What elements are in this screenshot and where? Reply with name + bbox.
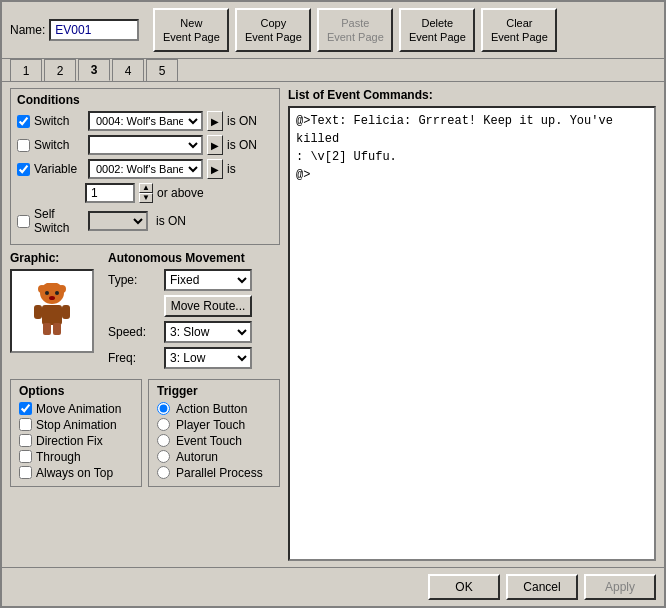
autorun-radio[interactable] (157, 450, 170, 463)
type-label: Type: (108, 273, 158, 287)
name-input[interactable] (49, 19, 139, 41)
direction-fix-checkbox[interactable] (19, 434, 32, 447)
right-panel: List of Event Commands: @>Text: Felicia:… (288, 88, 656, 561)
variable-spin-down[interactable]: ▼ (139, 193, 153, 203)
type-select[interactable]: Fixed Random Approach Custom (164, 269, 252, 291)
speed-label: Speed: (108, 325, 158, 339)
player-touch-radio[interactable] (157, 418, 170, 431)
variable-arrow-btn[interactable]: ▶ (207, 159, 223, 179)
action-button-row: Action Button (157, 402, 271, 416)
main-window: Name: NewEvent Page CopyEvent Page Paste… (0, 0, 666, 608)
switch1-checkbox[interactable] (17, 115, 30, 128)
switch2-label: Switch (34, 138, 84, 152)
trigger-section: Trigger Action Button Player Touch Event… (148, 379, 280, 487)
always-on-top-row: Always on Top (19, 466, 133, 480)
switch2-select[interactable] (88, 135, 203, 155)
ok-button[interactable]: OK (428, 574, 500, 600)
switch2-suffix: is ON (227, 138, 257, 152)
parallel-process-row: Parallel Process (157, 466, 271, 480)
type-row: Type: Fixed Random Approach Custom (108, 269, 280, 291)
tabs-row: 1 2 3 4 5 (2, 59, 664, 81)
graphic-canvas[interactable] (10, 269, 94, 353)
selfswitch-select[interactable] (88, 211, 148, 231)
left-panel: Conditions Switch 0004: Wolf's Bane ▶ is… (10, 88, 280, 561)
graphic-box: Graphic: (10, 251, 100, 373)
move-route-button[interactable]: Move Route... (164, 295, 252, 317)
variable-spin-up[interactable]: ▲ (139, 183, 153, 193)
condition-switch2-row: Switch ▶ is ON (17, 135, 273, 155)
event-commands-title: List of Event Commands: (288, 88, 656, 102)
always-on-top-label: Always on Top (36, 466, 113, 480)
sprite-svg (32, 283, 72, 338)
svg-point-3 (45, 291, 49, 295)
freq-row: Freq: 1: Lowest 2: Lower 3: Low 4: High … (108, 347, 280, 369)
direction-fix-label: Direction Fix (36, 434, 103, 448)
through-checkbox[interactable] (19, 450, 32, 463)
paste-event-page-button[interactable]: PasteEvent Page (317, 8, 393, 52)
autonomous-movement-section: Autonomous Movement Type: Fixed Random A… (108, 251, 280, 373)
event-touch-radio[interactable] (157, 434, 170, 447)
move-animation-row: Move Animation (19, 402, 133, 416)
move-animation-label: Move Animation (36, 402, 121, 416)
tab-1[interactable]: 1 (10, 59, 42, 81)
svg-rect-9 (43, 323, 51, 335)
conditions-title: Conditions (17, 93, 273, 107)
condition-variable-row: Variable 0002: Wolf's Bane ▶ is (17, 159, 273, 179)
svg-rect-8 (62, 305, 70, 319)
variable-num-input[interactable] (85, 183, 135, 203)
svg-rect-7 (34, 305, 42, 319)
new-event-page-button[interactable]: NewEvent Page (153, 8, 229, 52)
variable-label: Variable (34, 162, 84, 176)
switch2-checkbox[interactable] (17, 139, 30, 152)
stop-animation-label: Stop Animation (36, 418, 117, 432)
footer-bar: OK Cancel Apply (2, 567, 664, 606)
event-commands-box[interactable]: @>Text: Felicia: Grrreat! Keep it up. Yo… (288, 106, 656, 561)
autonomous-movement-title: Autonomous Movement (108, 251, 280, 265)
freq-label: Freq: (108, 351, 158, 365)
svg-rect-6 (42, 305, 62, 325)
event-command-line2: : \v[2] Ufufu. (296, 148, 648, 166)
svg-point-4 (55, 291, 59, 295)
selfswitch-suffix: is ON (156, 214, 186, 228)
options-section: Options Move Animation Stop Animation Di… (10, 379, 142, 487)
stop-animation-checkbox[interactable] (19, 418, 32, 431)
tab-5[interactable]: 5 (146, 59, 178, 81)
player-touch-label: Player Touch (176, 418, 245, 432)
freq-select[interactable]: 1: Lowest 2: Lower 3: Low 4: High 5: Hig… (164, 347, 252, 369)
speed-row: Speed: 1: x8 Slower 2: x4 Slower 3: Slow… (108, 321, 280, 343)
speed-select[interactable]: 1: x8 Slower 2: x4 Slower 3: Slow 4: Fas… (164, 321, 252, 343)
selfswitch-label: SelfSwitch (34, 207, 84, 236)
action-button-label: Action Button (176, 402, 247, 416)
action-button-radio[interactable] (157, 402, 170, 415)
switch1-select[interactable]: 0004: Wolf's Bane (88, 111, 203, 131)
cancel-button[interactable]: Cancel (506, 574, 578, 600)
variable-select[interactable]: 0002: Wolf's Bane (88, 159, 203, 179)
always-on-top-checkbox[interactable] (19, 466, 32, 479)
toolbar: Name: NewEvent Page CopyEvent Page Paste… (2, 2, 664, 59)
switch1-suffix: is ON (227, 114, 257, 128)
tab-2[interactable]: 2 (44, 59, 76, 81)
event-command-line3: @> (296, 166, 648, 184)
tab-3[interactable]: 3 (78, 59, 110, 81)
name-label: Name: (10, 23, 45, 37)
move-animation-checkbox[interactable] (19, 402, 32, 415)
condition-switch1-row: Switch 0004: Wolf's Bane ▶ is ON (17, 111, 273, 131)
clear-event-page-button[interactable]: ClearEvent Page (481, 8, 557, 52)
copy-event-page-button[interactable]: CopyEvent Page (235, 8, 311, 52)
switch1-arrow-btn[interactable]: ▶ (207, 111, 223, 131)
apply-button[interactable]: Apply (584, 574, 656, 600)
direction-fix-row: Direction Fix (19, 434, 133, 448)
parallel-process-radio[interactable] (157, 466, 170, 479)
autorun-label: Autorun (176, 450, 218, 464)
variable-row2: ▲ ▼ or above (85, 183, 273, 203)
switch2-arrow-btn[interactable]: ▶ (207, 135, 223, 155)
tab-4[interactable]: 4 (112, 59, 144, 81)
selfswitch-checkbox[interactable] (17, 215, 30, 228)
svg-point-1 (38, 285, 46, 293)
variable-checkbox[interactable] (17, 163, 30, 176)
main-content: Conditions Switch 0004: Wolf's Bane ▶ is… (2, 81, 664, 567)
delete-event-page-button[interactable]: DeleteEvent Page (399, 8, 475, 52)
stop-animation-row: Stop Animation (19, 418, 133, 432)
through-row: Through (19, 450, 133, 464)
variable-suffix: is (227, 162, 236, 176)
